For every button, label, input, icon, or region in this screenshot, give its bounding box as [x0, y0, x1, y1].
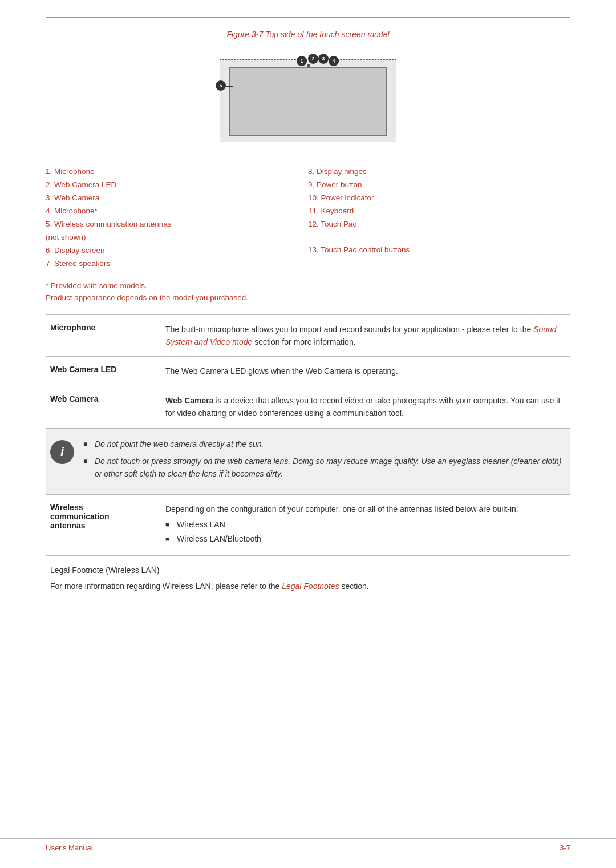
wireless-row: Wirelesscommunicationantennas Depending … [46, 495, 570, 555]
webcam-led-row: Web Camera LED The Web Camera LED glows … [46, 357, 570, 386]
description-table: Microphone The built-in microphone allow… [46, 314, 570, 555]
part-13: 13. Touch Pad control buttons [308, 244, 570, 257]
wireless-bullet-list: Wireless LAN Wireless LAN/Bluetooth [165, 518, 570, 546]
diagram-container: 1 2 3 4 5 [46, 49, 570, 152]
part-4: 4. Microphone* [46, 205, 308, 218]
callout-3: 3 [318, 54, 329, 64]
parts-col-left: 1. Microphone 2. Web Camera LED 3. Web C… [46, 165, 308, 271]
part-5: 5. Wireless communication antennas(not s… [46, 218, 308, 244]
callout-5: 5 [216, 80, 226, 91]
legal-content: For more information regarding Wireless … [50, 580, 566, 592]
webcam-content: Web Camera is a device that allows you t… [165, 394, 570, 420]
part-1: 1. Microphone [46, 165, 308, 179]
wireless-item-2: Wireless LAN/Bluetooth [165, 532, 570, 546]
legal-box: Legal Footnote (Wireless LAN) For more i… [46, 555, 570, 601]
footer-left: User's Manual [46, 843, 93, 852]
info-item-2: Do not touch or press strongly on the we… [83, 455, 566, 481]
webcam-label: Web Camera [46, 394, 154, 420]
legal-footnotes-link[interactable]: Legal Footnotes [282, 582, 339, 591]
info-item-1: Do not point the web camera directly at … [83, 438, 566, 450]
callout-5-line [226, 86, 233, 87]
parts-section: 1. Microphone 2. Web Camera LED 3. Web C… [46, 165, 570, 271]
diagram: 1 2 3 4 5 [188, 49, 428, 152]
part-7: 7. Stereo speakers [46, 257, 308, 271]
callout-2: 2 [308, 54, 318, 64]
microphone-label: Microphone [46, 323, 154, 349]
callout-1: 1 [297, 56, 307, 66]
part-9: 9. Power button [308, 179, 570, 192]
webcam-row: Web Camera Web Camera is a device that a… [46, 386, 570, 429]
part-3: 3. Web Camera [46, 192, 308, 205]
camera-dot [307, 64, 310, 67]
part-6: 6. Display screen [46, 244, 308, 257]
part-11: 11. Keyboard [308, 205, 570, 218]
wireless-label: Wirelesscommunicationantennas [46, 503, 154, 547]
part-2: 2. Web Camera LED [46, 179, 308, 192]
microphone-content: The built-in microphone allows you to im… [165, 323, 570, 349]
wireless-item-1: Wireless LAN [165, 518, 570, 532]
note-1: * Provided with some models. [46, 280, 570, 292]
sound-system-link[interactable]: Sound System and Video mode [165, 325, 557, 346]
figure-caption: Figure 3-7 Top side of the touch screen … [46, 30, 570, 39]
part-10: 10. Power indicator [308, 192, 570, 205]
callout-4: 4 [329, 56, 339, 66]
footer: User's Manual 3-7 [0, 838, 616, 857]
legal-title: Legal Footnote (Wireless LAN) [50, 564, 566, 576]
webcam-led-label: Web Camera LED [46, 365, 154, 377]
info-icon: i [50, 440, 74, 464]
info-list: Do not point the web camera directly at … [83, 438, 566, 481]
notes-section: * Provided with some models. Product app… [46, 280, 570, 304]
webcam-led-content: The Web Camera LED glows when the Web Ca… [165, 365, 570, 377]
note-2: Product appearance depends on the model … [46, 292, 570, 304]
microphone-row: Microphone The built-in microphone allow… [46, 315, 570, 357]
info-content: Do not point the web camera directly at … [83, 438, 566, 485]
top-border [46, 17, 570, 18]
part-8: 8. Display hinges [308, 165, 570, 179]
laptop-screen [229, 67, 387, 136]
footer-right: 3-7 [560, 843, 570, 852]
wireless-content: Depending on the configuration of your c… [165, 503, 570, 547]
part-12: 12. Touch Pad [308, 218, 570, 231]
info-box: i Do not point the web camera directly a… [46, 429, 570, 495]
parts-col-right: 8. Display hinges 9. Power button 10. Po… [308, 165, 570, 271]
